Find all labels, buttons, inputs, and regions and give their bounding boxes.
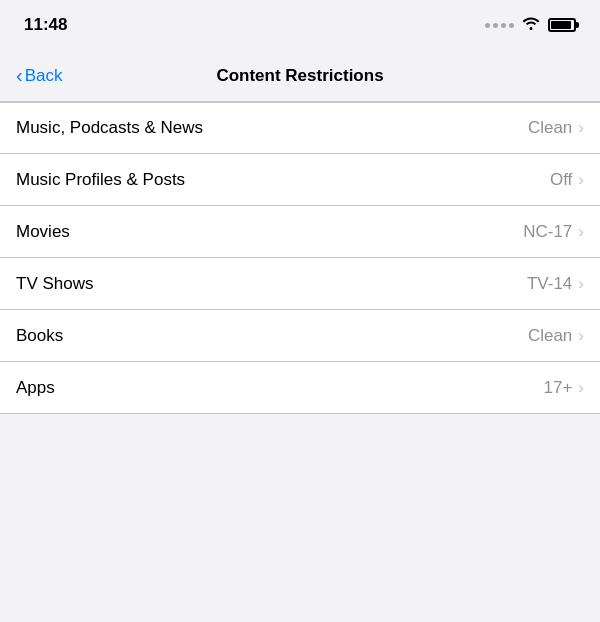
item-right: TV-14 › <box>527 274 584 294</box>
list-item-movies[interactable]: Movies NC-17 › <box>0 206 600 258</box>
item-right: 17+ › <box>543 378 584 398</box>
chevron-right-icon: › <box>578 222 584 242</box>
item-label: Music, Podcasts & News <box>16 118 203 138</box>
list-item-tv-shows[interactable]: TV Shows TV-14 › <box>0 258 600 310</box>
back-chevron-icon: ‹ <box>16 65 23 85</box>
list-item-apps[interactable]: Apps 17+ › <box>0 362 600 414</box>
list-item-music-profiles-posts[interactable]: Music Profiles & Posts Off › <box>0 154 600 206</box>
status-icons <box>485 16 576 34</box>
wifi-icon <box>522 16 540 34</box>
page-title: Content Restrictions <box>216 66 383 86</box>
item-value: Clean <box>528 118 572 138</box>
nav-bar: ‹ Back Content Restrictions <box>0 50 600 102</box>
signal-dots-icon <box>485 23 514 28</box>
item-right: Off › <box>550 170 584 190</box>
chevron-right-icon: › <box>578 378 584 398</box>
bottom-section <box>0 414 600 622</box>
item-value: Clean <box>528 326 572 346</box>
item-label: Music Profiles & Posts <box>16 170 185 190</box>
item-label: Books <box>16 326 63 346</box>
chevron-right-icon: › <box>578 170 584 190</box>
chevron-right-icon: › <box>578 118 584 138</box>
item-value: TV-14 <box>527 274 572 294</box>
item-label: Movies <box>16 222 70 242</box>
content-list: Music, Podcasts & News Clean › Music Pro… <box>0 102 600 414</box>
status-time: 11:48 <box>24 15 67 35</box>
item-right: Clean › <box>528 326 584 346</box>
chevron-right-icon: › <box>578 274 584 294</box>
list-item-books[interactable]: Books Clean › <box>0 310 600 362</box>
item-label: Apps <box>16 378 55 398</box>
status-bar: 11:48 <box>0 0 600 50</box>
item-label: TV Shows <box>16 274 93 294</box>
item-value: Off <box>550 170 572 190</box>
back-label: Back <box>25 66 63 86</box>
back-button[interactable]: ‹ Back <box>16 66 62 86</box>
item-right: Clean › <box>528 118 584 138</box>
list-item-music-podcasts-news[interactable]: Music, Podcasts & News Clean › <box>0 102 600 154</box>
battery-icon <box>548 18 576 32</box>
chevron-right-icon: › <box>578 326 584 346</box>
item-right: NC-17 › <box>523 222 584 242</box>
item-value: 17+ <box>543 378 572 398</box>
item-value: NC-17 <box>523 222 572 242</box>
